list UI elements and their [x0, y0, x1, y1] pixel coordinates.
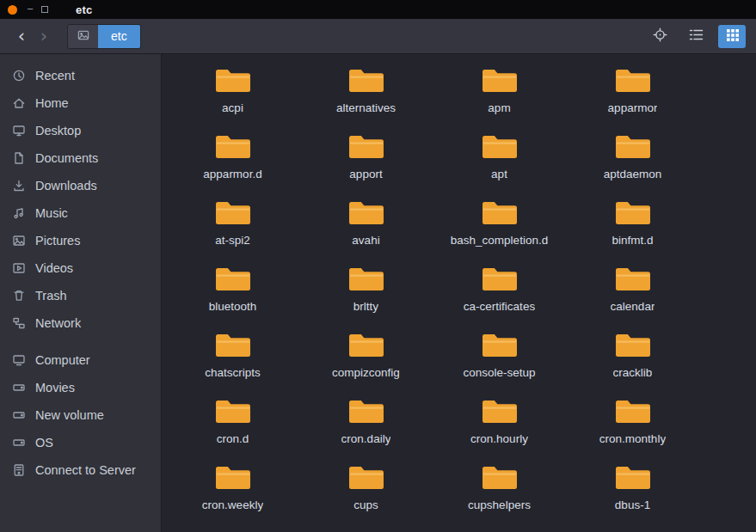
documents-icon	[12, 151, 26, 165]
folder-item-acpi[interactable]: acpi	[166, 58, 299, 125]
folder-label: brltty	[353, 300, 378, 313]
folder-item-cron-monthly[interactable]: cron.monthly	[566, 389, 699, 456]
sidebar-item-desktop[interactable]: Desktop	[0, 117, 161, 144]
folder-icon	[481, 199, 519, 228]
folder-icon	[214, 397, 252, 426]
folder-icon	[347, 199, 385, 228]
sidebar-item-label: Computer	[35, 353, 90, 367]
folder-item-bluetooth[interactable]: bluetooth	[166, 257, 299, 323]
sidebar-item-network[interactable]: Network	[0, 309, 161, 337]
folder-label: apparmor.d	[203, 168, 261, 180]
folder-label: cron.daily	[341, 432, 391, 445]
toolbar: ‹ › etc	[0, 19, 756, 54]
grid-view-button[interactable]	[718, 25, 746, 48]
folder-item-cron-d[interactable]: cron.d	[166, 389, 299, 456]
maximize-button[interactable]	[41, 6, 48, 13]
folder-icon	[214, 331, 252, 360]
forward-button[interactable]: ›	[33, 24, 55, 48]
minimize-button[interactable]: −	[22, 5, 38, 14]
folder-item-cups[interactable]: cups	[299, 456, 433, 522]
back-button[interactable]: ‹	[10, 24, 33, 48]
close-button[interactable]	[8, 5, 17, 15]
folder-item-apparmor-d[interactable]: apparmor.d	[166, 125, 299, 191]
sidebar-item-connect-to-server[interactable]: Connect to Server	[0, 456, 161, 484]
folder-item-at-spi2[interactable]: at-spi2	[166, 191, 299, 257]
grid-view-icon	[726, 28, 739, 44]
folder-icon	[347, 66, 385, 95]
sidebar-item-recent[interactable]: Recent	[0, 62, 161, 89]
sidebar: RecentHomeDesktopDocumentsDownloadsMusic…	[0, 54, 162, 532]
folder-item-apport[interactable]: apport	[299, 125, 433, 191]
sidebar-item-movies[interactable]: Movies	[0, 374, 161, 401]
folder-item-avahi[interactable]: avahi	[299, 191, 433, 257]
sidebar-item-documents[interactable]: Documents	[0, 144, 161, 172]
folder-item-alternatives[interactable]: alternatives	[299, 58, 433, 125]
maximize-icon	[41, 6, 48, 13]
folder-item-apparmor[interactable]: apparmor	[566, 58, 699, 125]
folder-item-binfmt-d[interactable]: binfmt.d	[566, 191, 699, 257]
sidebar-item-label: Documents	[35, 151, 98, 165]
folder-item-apt[interactable]: apt	[433, 125, 566, 191]
folder-label: aptdaemon	[604, 168, 662, 180]
sidebar-item-label: Trash	[35, 289, 67, 303]
computer-icon	[12, 353, 26, 367]
folder-grid: acpialternativesapmapparmorapparmor.dapp…	[166, 58, 756, 522]
folder-label: cron.weekly	[202, 498, 263, 511]
folder-item-compizconfig[interactable]: compizconfig	[299, 323, 433, 389]
search-button[interactable]	[646, 25, 673, 48]
list-view-icon	[689, 28, 704, 44]
folder-label: cupshelpers	[468, 498, 531, 511]
sidebar-item-pictures[interactable]: Pictures	[0, 227, 161, 254]
folder-label: acpi	[222, 101, 243, 114]
folder-icon	[481, 66, 519, 95]
folder-item-chatscripts[interactable]: chatscripts	[166, 323, 299, 389]
file-manager-window: − etc ‹ › etc RecentHomeDesktopDocuments…	[0, 0, 756, 532]
sidebar-item-label: Home	[35, 96, 69, 110]
list-view-button[interactable]	[682, 25, 710, 48]
folder-item-cron-weekly[interactable]: cron.weekly	[166, 456, 299, 522]
folder-item-brltty[interactable]: brltty	[299, 257, 433, 323]
folder-icon	[481, 132, 519, 162]
sidebar-item-new-volume[interactable]: New volume	[0, 401, 161, 429]
folder-label: bash_completion.d	[451, 234, 548, 247]
recent-icon	[12, 69, 26, 83]
folder-label: compizconfig	[332, 366, 400, 379]
folder-item-cracklib[interactable]: cracklib	[566, 323, 699, 389]
folder-icon	[481, 265, 519, 294]
folder-item-console-setup[interactable]: console-setup	[433, 323, 566, 389]
folder-item-cron-hourly[interactable]: cron.hourly	[433, 389, 566, 456]
sidebar-section: RecentHomeDesktopDocumentsDownloadsMusic…	[0, 62, 161, 337]
sidebar-item-videos[interactable]: Videos	[0, 254, 161, 282]
network-icon	[12, 316, 26, 330]
folder-icon	[347, 463, 385, 492]
path-current-button[interactable]: etc	[98, 25, 140, 48]
folder-item-dbus-1[interactable]: dbus-1	[566, 456, 699, 522]
sidebar-item-label: Downloads	[35, 179, 97, 193]
folder-item-calendar[interactable]: calendar	[566, 257, 699, 323]
desktop-icon	[12, 124, 26, 138]
folder-label: apt	[491, 168, 507, 180]
folder-item-aptdaemon[interactable]: aptdaemon	[566, 125, 699, 191]
server-icon	[12, 463, 26, 477]
sidebar-item-label: New volume	[35, 408, 104, 422]
sidebar-item-computer[interactable]: Computer	[0, 346, 161, 374]
folder-item-cupshelpers[interactable]: cupshelpers	[433, 456, 566, 522]
sidebar-item-trash[interactable]: Trash	[0, 282, 161, 309]
folder-item-ca-certificates[interactable]: ca-certificates	[433, 257, 566, 323]
folder-item-bash-completion-d[interactable]: bash_completion.d	[433, 191, 566, 257]
sidebar-item-music[interactable]: Music	[0, 199, 161, 227]
sidebar-item-os[interactable]: OS	[0, 429, 161, 456]
folder-icon	[347, 331, 385, 360]
folder-label: calendar	[611, 300, 655, 313]
path-root-button[interactable]	[68, 25, 98, 48]
sidebar-item-label: Recent	[35, 69, 75, 83]
folder-label: cron.hourly	[470, 432, 528, 445]
folder-icon	[614, 463, 652, 492]
folder-icon	[214, 66, 252, 95]
sidebar-item-downloads[interactable]: Downloads	[0, 172, 161, 199]
drive-icon	[12, 436, 26, 449]
sidebar-item-home[interactable]: Home	[0, 89, 161, 117]
folder-label: at-spi2	[215, 234, 250, 247]
folder-item-apm[interactable]: apm	[433, 58, 566, 125]
folder-item-cron-daily[interactable]: cron.daily	[299, 389, 433, 456]
